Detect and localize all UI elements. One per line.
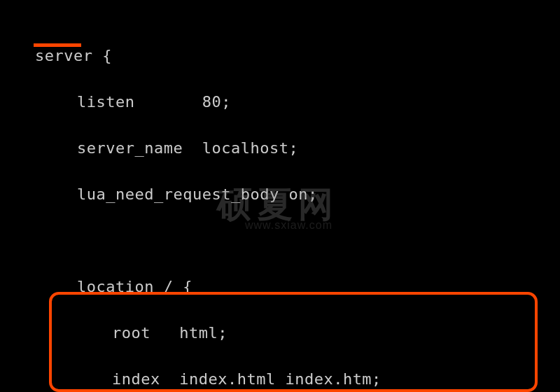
- code-line: lua_need_request_body on;: [35, 183, 560, 206]
- code-line: listen 80;: [35, 90, 560, 113]
- server-underline-accent: [34, 43, 81, 47]
- highlight-box: [49, 292, 538, 392]
- code-line: server {: [35, 44, 560, 67]
- code-line: server_name localhost;: [35, 136, 560, 160]
